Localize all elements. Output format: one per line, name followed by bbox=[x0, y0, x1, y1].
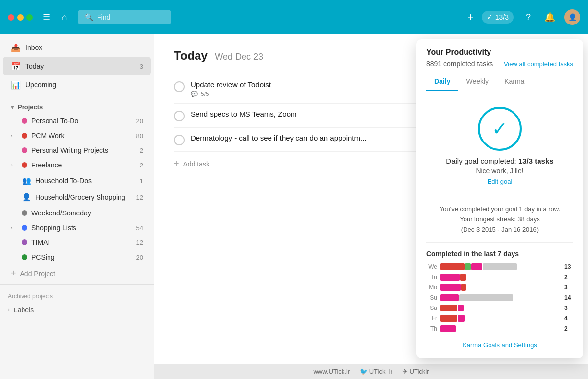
project-count: 12 bbox=[136, 239, 143, 246]
plus-icon: + bbox=[11, 268, 16, 279]
chart-day: Th bbox=[426, 325, 437, 332]
separator2 bbox=[0, 284, 154, 285]
bar-pink bbox=[440, 274, 460, 281]
chart-bar-container bbox=[440, 284, 562, 291]
task-checkbox-1[interactable] bbox=[174, 81, 185, 92]
notifications-bell[interactable]: 🔔 bbox=[543, 10, 557, 24]
chart-row-tu: Tu 2 bbox=[426, 274, 573, 281]
edit-goal-link[interactable]: Edit goal bbox=[488, 178, 513, 185]
popup-title: Your Productivity bbox=[426, 48, 573, 57]
bar-gray bbox=[459, 294, 513, 301]
chart-bar-container bbox=[440, 294, 562, 301]
karma-goals-link[interactable]: Karma Goals and Settings bbox=[426, 335, 573, 351]
today-icon: 📅 bbox=[11, 61, 21, 71]
chart-bar-container bbox=[440, 274, 562, 281]
page-date: Wed Dec 23 bbox=[215, 52, 263, 62]
streak-line2: Your longest streak: 38 days bbox=[426, 214, 573, 225]
chart-day: Tu bbox=[426, 274, 437, 281]
chevron-down-icon: ▾ bbox=[11, 104, 14, 111]
projects-section[interactable]: ▾ Projects bbox=[3, 98, 151, 114]
project-count: 20 bbox=[136, 118, 143, 125]
project-row-grocery-shopping[interactable]: 👤 Household/Grocery Shopping 12 bbox=[3, 189, 151, 206]
menu-icon[interactable]: ☰ bbox=[43, 12, 50, 23]
project-count: 80 bbox=[136, 132, 143, 140]
goal-text: Daily goal completed: 13/3 tasks bbox=[446, 157, 553, 165]
karma-badge[interactable]: ✓ 13/3 bbox=[482, 11, 514, 24]
chart-num: 2 bbox=[564, 325, 573, 332]
project-row-pcsing[interactable]: PCSing 20 bbox=[3, 250, 151, 264]
search-bar[interactable]: 🔍 Find bbox=[78, 10, 171, 24]
popup-tabs: Daily Weekly Karma bbox=[416, 72, 583, 91]
view-all-link[interactable]: View all completed tasks bbox=[504, 60, 573, 68]
projects-label: Projects bbox=[18, 103, 43, 111]
project-dot bbox=[22, 118, 27, 124]
bar-pink bbox=[458, 315, 465, 322]
add-button[interactable]: + bbox=[467, 11, 474, 24]
tab-daily[interactable]: Daily bbox=[426, 72, 458, 91]
project-count: 54 bbox=[136, 224, 143, 232]
title-bar-right: + ✓ 13/3 ? 🔔 👤 bbox=[467, 9, 580, 25]
chevron-right-icon: › bbox=[11, 133, 18, 139]
main-content: Today Wed Dec 23 ⇅ Update review of Todo… bbox=[154, 34, 588, 379]
chart-day: Sa bbox=[426, 305, 437, 311]
sidebar: 📥 Inbox 📅 Today 3 📊 Upcoming ▾ Projects … bbox=[0, 34, 154, 379]
tab-weekly[interactable]: Weekly bbox=[458, 72, 496, 91]
project-dot bbox=[22, 225, 27, 231]
medal-circle: ✓ bbox=[478, 107, 522, 151]
project-count: 2 bbox=[140, 147, 143, 154]
watermark-site1: www.UTick.ir bbox=[313, 368, 350, 375]
home-button[interactable]: ⌂ bbox=[56, 9, 72, 25]
labels-row[interactable]: › Labels bbox=[0, 303, 154, 317]
chart-num: 14 bbox=[564, 294, 573, 301]
chevron-right-icon: › bbox=[11, 162, 18, 168]
project-name: Weekend/Someday bbox=[31, 209, 143, 217]
project-row-pcm-work[interactable]: › PCM Work 80 bbox=[3, 128, 151, 143]
project-row-household-todos[interactable]: 👥 Household To-Dos 1 bbox=[3, 172, 151, 189]
project-row-timai[interactable]: TIMAI 12 bbox=[3, 235, 151, 250]
avatar[interactable]: 👤 bbox=[564, 9, 580, 25]
add-project-label: Add Project bbox=[20, 270, 55, 278]
layout: 📥 Inbox 📅 Today 3 📊 Upcoming ▾ Projects … bbox=[0, 34, 588, 379]
upcoming-icon: 📊 bbox=[11, 80, 21, 90]
bar-red bbox=[440, 315, 457, 322]
add-task-label: Add task bbox=[183, 160, 210, 168]
chart-num: 2 bbox=[564, 274, 573, 281]
project-row-personal-todo[interactable]: Personal To-Do 20 bbox=[3, 114, 151, 128]
chart-bar-container bbox=[440, 305, 562, 311]
bar-red bbox=[440, 305, 457, 311]
sidebar-item-upcoming[interactable]: 📊 Upcoming bbox=[3, 75, 151, 94]
close-button[interactable] bbox=[8, 14, 14, 21]
minimize-button[interactable] bbox=[17, 14, 24, 21]
upcoming-label: Upcoming bbox=[25, 81, 143, 89]
sidebar-item-today[interactable]: 📅 Today 3 bbox=[3, 57, 151, 75]
task-checkbox-3[interactable] bbox=[174, 135, 185, 145]
maximize-button[interactable] bbox=[26, 14, 33, 21]
project-count: 12 bbox=[136, 194, 143, 201]
inbox-icon: 📥 bbox=[11, 43, 21, 52]
project-name: Household/Grocery Shopping bbox=[35, 193, 132, 201]
task-subtask-count: 5/5 bbox=[201, 91, 209, 97]
help-button[interactable]: ? bbox=[521, 10, 535, 24]
chart-bar-container bbox=[440, 315, 562, 322]
sidebar-item-inbox[interactable]: 📥 Inbox bbox=[3, 38, 151, 57]
labels-label: Labels bbox=[14, 306, 34, 314]
project-dot bbox=[22, 133, 27, 139]
chart-day: Mo bbox=[426, 284, 437, 291]
tab-karma[interactable]: Karma bbox=[496, 72, 532, 91]
bar-gray bbox=[483, 263, 517, 270]
chart-row-mo: Mo 3 bbox=[426, 284, 573, 291]
today-label: Today bbox=[25, 62, 135, 70]
add-project-button[interactable]: + Add Project bbox=[3, 264, 151, 283]
bar-pink bbox=[440, 325, 456, 332]
medal-area: ✓ Daily goal completed: 13/3 tasks Nice … bbox=[426, 99, 573, 197]
project-row-shopping-lists[interactable]: › Shopping Lists 54 bbox=[3, 220, 151, 235]
chart-num: 13 bbox=[564, 263, 573, 270]
project-row-personal-writing[interactable]: Personal Writing Projects 2 bbox=[3, 143, 151, 158]
project-row-weekend[interactable]: Weekend/Someday bbox=[3, 206, 151, 220]
plus-icon: + bbox=[174, 159, 179, 169]
task-checkbox-2[interactable] bbox=[174, 111, 185, 121]
popup-header: Your Productivity 8891 completed tasks V… bbox=[416, 39, 583, 72]
today-count: 3 bbox=[140, 63, 143, 70]
chart-row-we: We 13 bbox=[426, 263, 573, 270]
project-row-freelance[interactable]: › Freelance 2 bbox=[3, 158, 151, 172]
